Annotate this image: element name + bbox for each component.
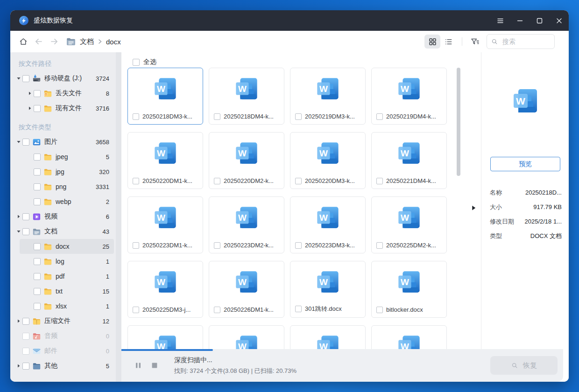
sidebar-item-checkbox[interactable] — [34, 90, 41, 97]
file-checkbox[interactable] — [376, 242, 383, 249]
sidebar-item-jpeg[interactable]: jpeg5 — [10, 149, 116, 164]
caret-right-icon[interactable] — [26, 106, 34, 111]
sidebar-item-item[interactable]: 丢失文件8 — [10, 86, 116, 101]
file-checkbox[interactable] — [295, 178, 302, 184]
forward-arrow-icon[interactable] — [49, 37, 59, 46]
sidebar-item-checkbox[interactable] — [34, 288, 41, 295]
sidebar-item-checkbox[interactable] — [22, 213, 29, 220]
breadcrumb-item-documents[interactable]: 文档 — [80, 37, 94, 46]
caret-right-icon[interactable] — [15, 214, 22, 219]
file-checkbox[interactable] — [214, 113, 220, 120]
minimize-icon[interactable] — [510, 10, 530, 31]
file-card[interactable]: W20250223DM2-k... — [209, 196, 284, 253]
file-checkbox[interactable] — [133, 307, 139, 313]
file-checkbox[interactable] — [295, 242, 302, 249]
sidebar-item-checkbox[interactable] — [22, 139, 29, 146]
select-all-checkbox[interactable] — [133, 59, 140, 66]
caret-down-icon[interactable] — [15, 140, 22, 144]
sidebar-item-docx[interactable]: docx25 — [20, 239, 114, 254]
file-checkbox[interactable] — [133, 178, 139, 184]
file-checkbox[interactable] — [295, 113, 302, 120]
stop-icon[interactable] — [151, 362, 158, 369]
file-card[interactable]: W20250226DM1-k... — [209, 261, 284, 318]
breadcrumb-item-docx[interactable]: docx — [106, 38, 121, 46]
select-all-row[interactable]: 全选 — [133, 58, 481, 66]
sidebar-item-checkbox[interactable] — [34, 198, 41, 205]
file-checkbox[interactable] — [376, 307, 383, 313]
file-card[interactable]: W20250219DM4-k... — [371, 68, 447, 125]
sidebar-item-txt[interactable]: txt15 — [10, 284, 116, 299]
file-checkbox[interactable] — [214, 307, 220, 313]
preview-button[interactable]: 预览 — [490, 157, 560, 171]
sidebar-item-checkbox[interactable] — [22, 75, 29, 82]
file-card[interactable]: W20250223DM3-k... — [290, 196, 366, 253]
sidebar-item-checkbox[interactable] — [34, 303, 41, 310]
search-input[interactable] — [501, 37, 544, 46]
file-checkbox[interactable] — [295, 306, 302, 312]
sidebar-item-checkbox[interactable] — [22, 318, 29, 325]
search-box[interactable] — [487, 34, 555, 49]
panel-collapse-icon[interactable] — [471, 204, 477, 210]
close-icon[interactable] — [549, 10, 569, 31]
caret-right-icon[interactable] — [26, 91, 34, 96]
pause-icon[interactable] — [134, 362, 142, 369]
sidebar-item-item[interactable]: 图片3658 — [10, 134, 116, 149]
sidebar-item-item[interactable]: 其他5 — [10, 358, 116, 373]
file-card[interactable]: W20250220DM3-k... — [290, 132, 366, 189]
list-view-toggle[interactable] — [440, 35, 456, 49]
grid-scrollbar-thumb[interactable] — [457, 68, 460, 176]
sidebar-item-j[interactable]: 移动硬盘 (J:)3724 — [10, 71, 116, 86]
file-card[interactable]: W20250220DM1-k... — [127, 132, 203, 189]
file-checkbox[interactable] — [133, 113, 139, 120]
file-card[interactable]: W20250220DM2-k... — [209, 132, 284, 189]
home-icon[interactable] — [19, 37, 28, 46]
sidebar-item-jpg[interactable]: jpg320 — [10, 164, 116, 179]
sidebar-item-checkbox[interactable] — [22, 348, 29, 355]
file-card[interactable]: W20250225DM3-j... — [127, 261, 203, 318]
file-checkbox[interactable] — [214, 178, 220, 184]
sidebar-item-item[interactable]: 压缩文件12 — [10, 314, 116, 329]
file-card[interactable]: W20250219DM3-k... — [290, 68, 366, 125]
file-checkbox[interactable] — [376, 113, 383, 120]
file-card[interactable]: W20250223DM1-k... — [127, 196, 203, 253]
sidebar-item-item[interactable]: 邮件0 — [10, 343, 116, 358]
sidebar-item-checkbox[interactable] — [34, 105, 41, 112]
sidebar-item-checkbox[interactable] — [22, 363, 29, 370]
file-checkbox[interactable] — [376, 178, 383, 184]
sidebar-item-pdf[interactable]: pdf1 — [10, 269, 116, 284]
sidebar-item-item[interactable]: 视频6 — [10, 209, 116, 224]
sidebar-item-checkbox[interactable] — [34, 183, 41, 190]
sidebar-item-item[interactable]: 现有文件3716 — [10, 101, 116, 116]
file-card[interactable]: W20250218DM3-k... — [127, 68, 203, 125]
back-arrow-icon[interactable] — [34, 37, 43, 46]
sidebar-item-png[interactable]: png3331 — [10, 179, 116, 194]
sidebar-item-log[interactable]: log1 — [10, 254, 116, 269]
sidebar-item-checkbox[interactable] — [34, 273, 41, 280]
grid-view-toggle[interactable] — [424, 35, 440, 49]
sidebar-item-checkbox[interactable] — [22, 333, 29, 340]
maximize-icon[interactable] — [530, 10, 549, 31]
sidebar-item-webp[interactable]: webp2 — [10, 194, 116, 209]
caret-right-icon[interactable] — [15, 319, 22, 323]
recover-button[interactable]: 恢复 — [490, 356, 558, 375]
file-card[interactable]: W20250221DM4-k... — [371, 132, 447, 189]
sidebar-item-item[interactable]: 文档43 — [10, 224, 116, 239]
caret-down-icon[interactable] — [15, 229, 22, 234]
sidebar-item-item[interactable]: 音频0 — [10, 329, 116, 343]
sidebar-item-checkbox[interactable] — [34, 243, 41, 250]
sidebar-item-checkbox[interactable] — [34, 258, 41, 265]
file-checkbox[interactable] — [214, 242, 220, 249]
caret-right-icon[interactable] — [15, 364, 22, 368]
file-checkbox[interactable] — [133, 242, 139, 249]
sidebar-item-checkbox[interactable] — [34, 154, 41, 161]
menu-icon[interactable] — [490, 10, 510, 31]
sidebar-item-checkbox[interactable] — [22, 228, 29, 235]
file-card[interactable]: W20250218DM4-k... — [209, 68, 284, 125]
file-card[interactable]: W301跳转.docx — [290, 261, 366, 318]
file-card[interactable]: Wbitlocker.docx — [371, 261, 447, 318]
sidebar-item-checkbox[interactable] — [34, 168, 41, 175]
sidebar-item-xlsx[interactable]: xlsx1 — [10, 299, 116, 314]
filter-icon[interactable] — [468, 35, 482, 49]
file-card[interactable]: W20250225DM2-k... — [371, 196, 447, 253]
caret-down-icon[interactable] — [15, 76, 22, 81]
